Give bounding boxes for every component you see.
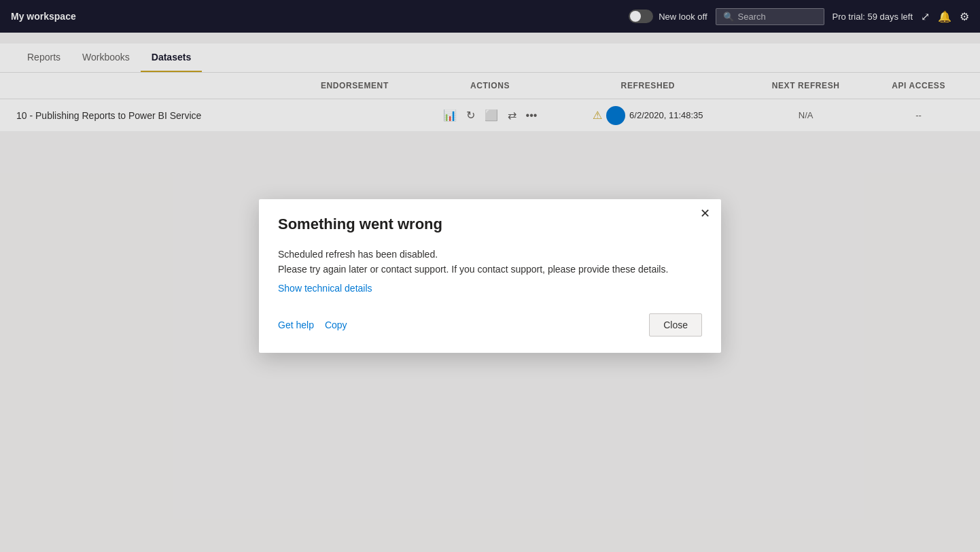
show-technical-details-link[interactable]: Show technical details [278,283,372,294]
dialog-overlay: ✕ Something went wrong Scheduled refresh… [0,0,980,552]
dialog-line1: Scheduled refresh has been disabled. [278,247,702,262]
dialog-body: Scheduled refresh has been disabled. Ple… [278,247,702,277]
dialog-close-button[interactable]: ✕ [700,207,710,220]
copy-link[interactable]: Copy [325,320,347,330]
dialog-footer: Get help Copy Close [278,313,702,337]
error-dialog: ✕ Something went wrong Scheduled refresh… [259,199,721,353]
dialog-footer-left: Get help Copy [278,320,347,330]
close-button[interactable]: Close [649,313,702,337]
dialog-line2: Please try again later or contact suppor… [278,262,702,277]
dialog-title: Something went wrong [278,215,702,233]
get-help-link[interactable]: Get help [278,320,314,330]
